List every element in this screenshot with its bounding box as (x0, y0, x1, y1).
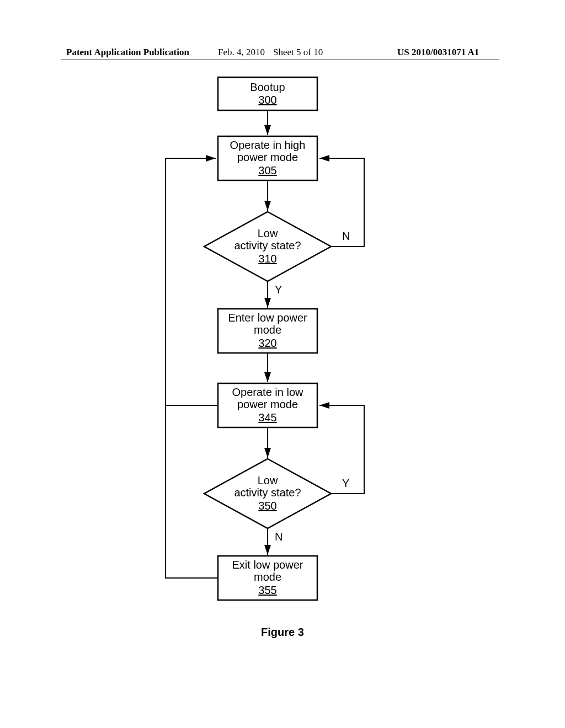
exit-low-power-box: Exit low power mode 355 (218, 556, 317, 600)
svg-text:Operate in low: Operate in low (232, 386, 304, 398)
enter-low-power-box: Enter low power mode 320 (218, 309, 317, 353)
decision1-yes-label: Y (275, 283, 282, 296)
low-power-box: Operate in low power mode 345 (218, 383, 317, 427)
figure-label: Figure 3 (0, 626, 565, 639)
decision1-no-label: N (342, 230, 350, 242)
svg-text:power mode: power mode (237, 398, 298, 410)
svg-text:305: 305 (258, 164, 276, 176)
svg-text:320: 320 (258, 337, 276, 349)
svg-text:Exit low power: Exit low power (232, 559, 303, 571)
svg-text:Low: Low (258, 474, 278, 486)
svg-text:300: 300 (258, 94, 276, 106)
svg-text:Enter low power: Enter low power (228, 312, 307, 324)
decision2-yes-label: Y (342, 477, 349, 489)
svg-text:Low: Low (258, 227, 278, 239)
publication-number: US 2010/0031071 A1 (397, 47, 479, 58)
svg-text:355: 355 (258, 584, 276, 596)
bootup-box: Bootup 300 (218, 77, 317, 110)
publication-date: Feb. 4, 2010 (218, 47, 265, 58)
decision1-diamond: Low activity state? 310 (204, 212, 331, 281)
svg-text:345: 345 (258, 411, 276, 424)
svg-text:350: 350 (258, 500, 276, 512)
sheet-number: Sheet 5 of 10 (273, 47, 323, 58)
svg-text:mode: mode (254, 324, 281, 336)
svg-text:Bootup: Bootup (250, 81, 285, 93)
svg-text:activity state?: activity state? (234, 239, 301, 251)
decision2-diamond: Low activity state? 350 (204, 459, 331, 528)
svg-text:activity state?: activity state? (234, 486, 301, 499)
flowchart-diagram: Bootup 300 Operate in high power mode 30… (0, 72, 565, 623)
publication-label: Patent Application Publication (66, 47, 189, 58)
svg-text:Operate in high: Operate in high (230, 139, 306, 151)
svg-text:310: 310 (258, 253, 276, 265)
high-power-box: Operate in high power mode 305 (218, 136, 317, 180)
svg-text:mode: mode (254, 571, 281, 583)
decision2-no-label: N (275, 531, 282, 543)
svg-text:power mode: power mode (237, 151, 298, 163)
header-rule (61, 60, 499, 60)
